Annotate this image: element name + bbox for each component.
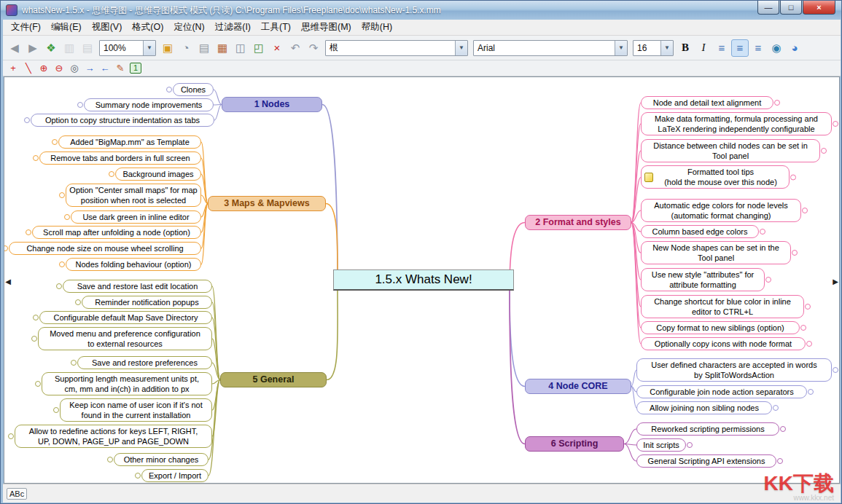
bold-button[interactable]: B <box>677 39 694 57</box>
map-node[interactable]: Node and detail text alignment <box>641 96 773 109</box>
map-node[interactable]: Optionally copy icons with node format <box>641 337 806 350</box>
copy-map-icon[interactable]: ◫ <box>232 39 249 57</box>
map-canvas[interactable]: 1.5.x Whats New!1 NodesClonesSummary nod… <box>4 76 840 484</box>
map-node[interactable]: Make data formatting, formula processing… <box>641 112 832 135</box>
branch-node[interactable]: 1 Nodes <box>222 97 322 112</box>
branch-node[interactable]: 5 General <box>220 372 327 387</box>
map-node[interactable]: Configurable default Map Save Directory <box>39 311 212 324</box>
menu-item-4[interactable]: 格式(O) <box>127 20 168 35</box>
branch-node[interactable]: 4 Node CORE <box>525 379 631 394</box>
branch-node[interactable]: 3 Maps & Mapviews <box>208 196 326 211</box>
map-node[interactable]: Init scripts <box>636 438 686 452</box>
root-node[interactable]: 1.5.x Whats New! <box>333 269 514 291</box>
map-node[interactable]: User defined characters are accepted in … <box>636 358 832 382</box>
menu-item-9[interactable]: 帮助(H) <box>356 20 397 35</box>
map-node[interactable]: Allow to redefine actions for keys LEFT,… <box>15 425 212 448</box>
auto-numbering-icon[interactable]: 1 <box>128 61 143 75</box>
nav-forward-icon[interactable]: ▶ <box>24 39 42 57</box>
add-connector-icon[interactable]: ⊕ <box>36 61 51 75</box>
nav-back-icon[interactable]: ◀ <box>6 39 23 57</box>
title-bar[interactable]: whatsNew-1.5.x - 思维导图 - 思维导图模式 模式 (只读) C… <box>1 1 841 20</box>
redo-icon[interactable]: ↷ <box>305 39 322 57</box>
presentation-icon[interactable]: ❖ <box>42 39 60 57</box>
font-family-select[interactable]: Arial ▼ <box>473 40 628 56</box>
size-dropdown-arrow[interactable]: ▼ <box>660 41 673 55</box>
eye-icon[interactable]: ◉ <box>768 39 785 57</box>
italic-button[interactable]: I <box>695 39 712 57</box>
map-node[interactable]: Reminder notification popups <box>82 296 212 309</box>
map-node[interactable]: Distance between child nodes can be set … <box>641 139 820 162</box>
map-node[interactable]: Nodes folding behaviour (option) <box>66 258 201 271</box>
print-icon[interactable]: ▦ <box>214 39 231 57</box>
font-dropdown-arrow[interactable]: ▼ <box>615 41 627 55</box>
filter-compose-icon[interactable]: ▥ <box>61 39 78 57</box>
map-node[interactable]: Save and restore last edit location <box>63 280 212 293</box>
menu-item-7[interactable]: 工具(T) <box>256 20 296 35</box>
close-map-icon[interactable]: × <box>268 39 286 57</box>
goto-previous-icon[interactable]: ← <box>98 61 112 75</box>
font-size-select[interactable]: 16 ▼ <box>633 40 674 56</box>
goto-next-icon[interactable]: → <box>82 61 97 75</box>
map-node[interactable]: Supporting length measurement units pt, … <box>42 372 212 395</box>
close-button[interactable]: × <box>803 1 835 15</box>
undo-icon[interactable]: ↶ <box>286 39 304 57</box>
map-node[interactable]: New Node shapes can be set in the Tool p… <box>641 241 791 264</box>
scroll-left-button[interactable]: ◀ <box>4 275 12 288</box>
map-node[interactable]: Scroll map after unfolding a node (optio… <box>32 226 201 239</box>
format-brush-icon[interactable]: ◕ <box>786 39 803 57</box>
map-node[interactable]: Save and restore preferences <box>77 356 212 369</box>
minimize-button[interactable]: — <box>757 1 779 15</box>
style-select[interactable]: 根 ▼ <box>325 40 468 56</box>
page-setup-icon[interactable]: ▤ <box>195 39 213 57</box>
menu-item-8[interactable]: 思维导图(M) <box>296 20 356 35</box>
remove-connector-icon[interactable]: ⊖ <box>52 61 66 75</box>
map-node[interactable]: Formatted tool tips (hold the mouse over… <box>641 165 790 189</box>
map-node[interactable]: Reworked scripting permissions <box>636 422 779 436</box>
menu-item-1[interactable]: 文件(F) <box>6 20 46 35</box>
style-dropdown-arrow[interactable]: ▼ <box>455 41 467 55</box>
menu-item-6[interactable]: 过滤器(I) <box>210 20 256 35</box>
branch-node[interactable]: 2 Format and styles <box>525 215 631 230</box>
new-sibling-node-icon[interactable]: ╲ <box>21 61 36 75</box>
filter-apply-icon[interactable]: ▤ <box>79 39 96 57</box>
menu-item-2[interactable]: 编辑(E) <box>46 20 87 35</box>
zoom-select[interactable]: 100% ▼ <box>99 40 156 56</box>
map-node[interactable]: Automatic edge colors for node levels (a… <box>641 199 801 222</box>
map-node[interactable]: General Scripting API extensions <box>636 454 776 468</box>
map-node[interactable]: Change shortcut for blue color in inline… <box>641 295 804 318</box>
open-map-icon[interactable]: ▣ <box>159 39 176 57</box>
zoom-dropdown-arrow[interactable]: ▼ <box>143 41 155 55</box>
find-icon[interactable]: ◎ <box>67 61 82 75</box>
map-node[interactable]: Moved menu and preference configuration … <box>38 327 212 350</box>
clear-formatting-icon[interactable]: ✎ <box>113 61 128 75</box>
abc-indicator[interactable]: ABc <box>7 488 27 500</box>
map-node[interactable]: Use dark green in inline editor <box>71 210 201 224</box>
scroll-right-button[interactable]: ▶ <box>832 275 839 288</box>
align-right-icon[interactable]: ≡ <box>749 39 767 57</box>
map-node[interactable]: Option "Center small maps" for map posit… <box>66 184 201 207</box>
menu-item-5[interactable]: 定位(N) <box>168 20 209 35</box>
align-center-icon[interactable]: ≡ <box>731 39 749 57</box>
map-node[interactable]: Background images <box>115 168 201 181</box>
map-node[interactable]: Use new style "attributes" for attribute… <box>641 268 765 291</box>
maximize-button[interactable]: □ <box>780 1 802 15</box>
map-node[interactable]: Configurable join node action separators <box>636 385 807 398</box>
recent-files-icon[interactable]: ◔ <box>177 39 195 57</box>
map-node[interactable]: Other minor changes <box>114 453 208 466</box>
map-node[interactable]: Option to copy structure indentation as … <box>31 114 214 127</box>
map-node[interactable]: Allow joining non sibling nodes <box>636 401 772 414</box>
branch-node[interactable]: 6 Scripting <box>525 436 624 452</box>
map-node[interactable]: Export / Import <box>141 469 208 482</box>
export-map-icon[interactable]: ◰ <box>250 39 268 57</box>
map-node[interactable]: Added "BigMap.mm" as Template <box>58 135 201 149</box>
map-node[interactable]: Remove tabs and borders in full screen <box>39 151 201 165</box>
new-child-node-icon[interactable]: + <box>6 61 20 75</box>
menu-item-3[interactable]: 视图(V) <box>87 20 128 35</box>
map-node[interactable]: Summary node improvements <box>84 98 214 111</box>
map-node[interactable]: Column based edge colors <box>641 225 759 238</box>
align-left-icon[interactable]: ≡ <box>713 39 730 57</box>
map-node[interactable]: Keep icon name of user icon if it's not … <box>60 398 212 422</box>
map-node[interactable]: Copy format to new siblings (option) <box>641 321 800 334</box>
map-node[interactable]: Clones <box>173 83 214 96</box>
map-node[interactable]: Change node size on mouse wheel scrollin… <box>9 242 201 255</box>
